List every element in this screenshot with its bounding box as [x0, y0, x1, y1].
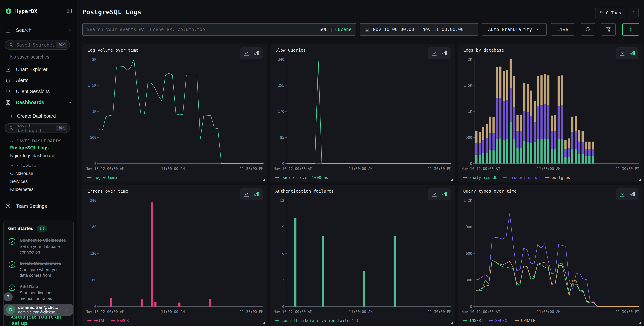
saved-dashboards-input[interactable]: Saved Dashboards ⌘K — [5, 123, 70, 133]
sidebar-item-search[interactable]: Search — [5, 27, 72, 34]
svg-text:Nov 10 12:00:00 AM: Nov 10 12:00:00 AM — [274, 167, 312, 171]
create-dashboard-button[interactable]: Create Dashboard — [9, 112, 72, 120]
legend-item[interactable]: countIf(like(arr..ation failed%')) — [275, 318, 361, 323]
preset-link-kubernetes[interactable]: Kubernetes — [10, 187, 34, 192]
divider — [0, 108, 77, 108]
user-menu[interactable]: D dominic.tran@clic... dominic.tran@clic… — [4, 304, 73, 316]
sidebar-collapse-icon[interactable] — [66, 8, 72, 15]
panel-resize-handle[interactable] — [263, 322, 265, 324]
svg-text:0: 0 — [282, 162, 284, 166]
panel-resize-handle[interactable] — [638, 179, 641, 181]
dashboard-link-postgresql-logs[interactable]: PostgreSQL Logs — [10, 145, 49, 150]
refresh-button[interactable] — [581, 23, 595, 36]
plus-icon — [9, 114, 14, 119]
chart-title: Log volume over time — [88, 48, 138, 53]
preset-link-clickhouse[interactable]: ClickHouse — [10, 171, 33, 176]
bar-chart-icon[interactable] — [441, 50, 448, 57]
svg-text:600: 600 — [466, 251, 472, 256]
panel-resize-handle[interactable] — [263, 179, 265, 181]
chevron-right-icon — [65, 307, 70, 313]
event-search-input[interactable]: Search your events w/ Lucene ex. column:… — [82, 23, 356, 36]
chevron-up-icon[interactable] — [66, 226, 70, 231]
saved-dashboards-section-header[interactable]: SAVED DASHBOARDS — [10, 139, 72, 143]
legend-item[interactable]: Log volume — [88, 175, 117, 180]
legend-item[interactable]: SELECT — [489, 318, 509, 323]
chart-panel-log-volume[interactable]: Log volume over time2K1.5K1K5000Nov 10 1… — [82, 44, 267, 182]
saved-dashboards-placeholder: Saved Dashboards — [16, 123, 56, 133]
svg-text:500: 500 — [90, 136, 96, 140]
legend-item[interactable]: production_db — [503, 175, 540, 180]
checklist-item-connect[interactable]: Connect to ClickHouse Set up your databa… — [8, 237, 70, 255]
create-dashboard-label: Create Dashboard — [17, 113, 56, 119]
svg-text:11:00:00 AM: 11:00:00 AM — [161, 167, 185, 171]
panel-resize-handle[interactable] — [451, 322, 453, 324]
sql-mode-toggle[interactable]: SQL — [319, 27, 328, 32]
bar-chart-icon[interactable] — [629, 50, 636, 57]
check-circle-icon — [8, 284, 16, 292]
chart-legend: Log volume — [88, 175, 117, 180]
svg-text:11:30:00 PM: 11:30:00 PM — [616, 167, 639, 171]
line-chart-icon[interactable] — [431, 191, 438, 198]
lucene-mode-toggle[interactable]: Lucene — [335, 27, 352, 32]
line-chart-icon[interactable] — [243, 50, 250, 57]
sidebar-item-team-settings[interactable]: Team Settings — [5, 202, 72, 210]
sidebar-item-chart-explorer[interactable]: Chart Explorer — [5, 66, 72, 73]
chevron-up-icon — [68, 28, 72, 33]
legend-item[interactable]: UPDATE — [515, 318, 535, 323]
panel-resize-handle[interactable] — [638, 322, 641, 324]
sidebar-item-label: Search — [16, 28, 32, 33]
kebab-menu-button[interactable] — [628, 8, 638, 18]
sidebar-item-client-sessions[interactable]: Client Sessions — [5, 88, 72, 95]
bar-chart-icon[interactable] — [441, 191, 448, 198]
svg-text:1.5K: 1.5K — [88, 84, 96, 88]
sidebar-item-dashboards[interactable]: Dashboards — [5, 99, 72, 106]
user-secondary-email: dominic.tran@clickho... — [18, 310, 58, 314]
legend-item[interactable]: Queries over 1000 ms — [275, 175, 328, 180]
search-icon — [9, 126, 14, 131]
legend-item[interactable]: FATAL — [88, 318, 105, 323]
chart-panel-query-types[interactable]: Query types over time1.2K9006003000Nov 1… — [458, 185, 642, 325]
tags-button[interactable]: 0 Tags — [595, 8, 625, 18]
checklist-item-add-data[interactable]: Add Data Start sending logs, metrics, or… — [8, 284, 70, 301]
line-chart-icon[interactable] — [431, 50, 438, 57]
saved-searches-input[interactable]: Saved Searches ⌘K — [5, 40, 70, 50]
legend-item[interactable]: INSERT — [463, 318, 483, 323]
chart-legend: FATALERROR — [88, 318, 129, 323]
chart-legend: countIf(like(arr..ation failed%')) — [275, 318, 361, 323]
filter-button[interactable] — [601, 23, 616, 36]
checklist-item-sources[interactable]: Create Data Sources Configure where your… — [8, 261, 70, 278]
granularity-select[interactable]: Auto Granularity — [482, 23, 547, 36]
dashboard-link-nginx-logs[interactable]: Nginx logs dashboard — [10, 153, 54, 158]
live-button[interactable]: Live — [551, 23, 574, 36]
svg-text:Nov 10 12:00:00 AM: Nov 10 12:00:00 AM — [462, 167, 500, 171]
help-button[interactable]: ? — [4, 292, 13, 301]
sidebar-item-label: Chart Explorer — [16, 67, 48, 72]
chart-panel-logs-by-database[interactable]: Logs by database2K1.5K1K5000Nov 10 12:00… — [458, 44, 642, 182]
bar-chart-icon[interactable] — [629, 191, 636, 198]
chart-legend: analytics_dbproduction_dbpostgres — [463, 175, 570, 180]
bar-chart-icon[interactable] — [253, 191, 260, 198]
chart-icon — [5, 67, 11, 72]
date-range-picker[interactable]: Nov 10 00:00:00 - Nov 11 00:00:00 — [360, 23, 478, 36]
bar-chart-icon[interactable] — [253, 50, 260, 57]
preset-link-services[interactable]: Services — [10, 179, 28, 184]
chart-panel-errors[interactable]: Errors over time240180120600Nov 10 12:00… — [82, 185, 267, 325]
shortcut-badge: ⌘K — [56, 125, 67, 131]
line-chart-icon[interactable] — [619, 191, 626, 198]
legend-item[interactable]: postgres — [546, 175, 570, 180]
line-chart-icon[interactable] — [619, 50, 626, 57]
sidebar-item-alerts[interactable]: Alerts — [5, 77, 72, 84]
legend-item[interactable]: ERROR — [111, 318, 129, 323]
line-chart-icon[interactable] — [243, 191, 250, 198]
run-query-button[interactable] — [622, 23, 639, 36]
panel-resize-handle[interactable] — [451, 179, 453, 181]
sidebar: HyperDX Search Saved Searches ⌘K No save… — [0, 0, 77, 326]
search-placeholder: Search your events w/ Lucene ex. column:… — [87, 27, 205, 32]
chart-panel-auth-failures[interactable]: Authentication failures129630Nov 10 12:0… — [270, 185, 454, 325]
legend-item[interactable]: analytics_db — [463, 175, 498, 180]
chart-panel-slow-queries[interactable]: Slow Queries340255170850Nov 10 12:00:00 … — [270, 44, 454, 182]
presets-section-header[interactable]: PRESETS — [10, 163, 72, 168]
kebab-icon — [631, 11, 636, 15]
check-circle-icon — [8, 261, 16, 268]
chart-plot: 1.2K9006003000Nov 10 12:00:00 AM11:00:00… — [460, 198, 640, 316]
